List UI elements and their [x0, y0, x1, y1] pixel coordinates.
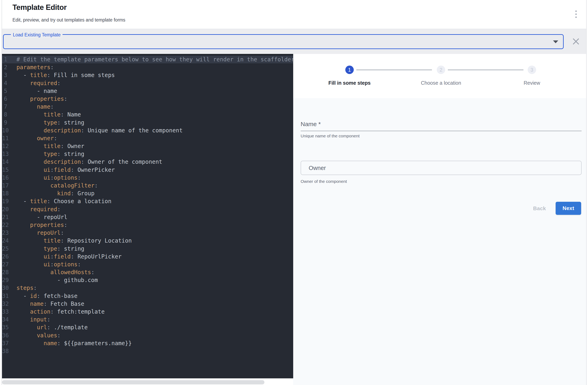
line-number: 16	[2, 174, 7, 182]
code-line[interactable]: 14 description: Owner of the component	[2, 158, 293, 166]
code-line[interactable]: 34 input:	[2, 316, 293, 323]
code-line[interactable]: 18 kind: Group	[2, 190, 293, 197]
page-right-border	[586, 0, 587, 385]
load-existing-template-select[interactable]: Load Existing Template	[3, 34, 564, 49]
next-button[interactable]: Next	[556, 202, 581, 215]
line-number: 20	[2, 205, 7, 213]
code-line[interactable]: 27 ui:options:	[2, 260, 293, 268]
code-line[interactable]: 24 title: Repository Location	[2, 237, 293, 245]
code-line[interactable]: 15 ui:field: OwnerPicker	[2, 166, 293, 174]
code-line[interactable]: 1# Edit the template parameters below to…	[2, 56, 293, 63]
back-button[interactable]: Back	[526, 203, 553, 214]
code-line[interactable]: 2parameters:	[2, 63, 293, 71]
step-label: Review	[524, 80, 540, 86]
editor-hscrollbar-thumb[interactable]	[2, 380, 264, 385]
line-number: 23	[2, 229, 7, 237]
code-line[interactable]: 21 - repoUrl	[2, 213, 293, 221]
code-editor[interactable]: 1# Edit the template parameters below to…	[2, 54, 293, 378]
code-line[interactable]: 13 type: string	[2, 150, 293, 158]
code-text: kind: Group	[7, 190, 95, 197]
name-field-underline	[301, 131, 582, 131]
code-text: - id: fetch-base	[7, 292, 77, 300]
code-text: required:	[7, 205, 61, 213]
line-number: 24	[2, 237, 7, 245]
code-line[interactable]: 33 action: fetch:template	[2, 308, 293, 316]
code-line[interactable]: 31 - id: fetch-base	[2, 292, 293, 300]
name-field-label: Name *	[301, 121, 321, 128]
code-line[interactable]: 36 values:	[2, 331, 293, 339]
code-line[interactable]: 4 required:	[2, 79, 293, 87]
code-text: properties:	[7, 221, 67, 229]
code-line[interactable]: 12 title: Owner	[2, 142, 293, 150]
code-text: - title: Fill in some steps	[7, 71, 115, 79]
code-line[interactable]: 8 title: Name	[2, 111, 293, 118]
code-line[interactable]: 35 url: ./template	[2, 323, 293, 331]
kebab-menu-icon	[575, 10, 577, 12]
line-number: 15	[2, 166, 7, 174]
line-number: 33	[2, 308, 7, 316]
line-number: 37	[2, 339, 7, 347]
code-lines: 1# Edit the template parameters below to…	[2, 56, 293, 355]
line-number: 6	[2, 95, 7, 103]
step-choose-a-location[interactable]: 2 Choose a location	[421, 65, 461, 86]
line-number: 22	[2, 221, 7, 229]
code-line[interactable]: 19 - title: Choose a location	[2, 197, 293, 205]
code-line[interactable]: 37 name: ${{parameters.name}}	[2, 339, 293, 347]
code-text: ui:field: RepoUrlPicker	[7, 253, 122, 260]
code-text: - repoUrl	[7, 213, 67, 221]
step-label: Choose a location	[421, 80, 461, 86]
code-text: allowedHosts:	[7, 268, 95, 276]
code-text: - title: Choose a location	[7, 197, 111, 205]
line-number: 8	[2, 111, 7, 118]
code-line[interactable]: 3 - title: Fill in some steps	[2, 71, 293, 79]
code-line[interactable]: 32 name: Fetch Base	[2, 300, 293, 308]
owner-field-label: Owner	[309, 165, 326, 171]
name-field[interactable]	[301, 117, 582, 131]
code-text: owner:	[7, 134, 57, 142]
code-line[interactable]: 11 owner:	[2, 134, 293, 142]
close-icon	[571, 37, 580, 46]
step-fill-in-some-steps[interactable]: 1 Fill in some steps	[328, 65, 371, 86]
code-text: properties:	[7, 95, 67, 103]
code-line[interactable]: 7 name:	[2, 103, 293, 111]
owner-field[interactable]: Owner	[301, 161, 582, 175]
code-text: title: Repository Location	[7, 237, 132, 245]
line-number: 10	[2, 127, 7, 134]
step-number-badge: 1	[345, 65, 354, 74]
code-text: description: Owner of the component	[7, 158, 162, 166]
code-line[interactable]: 9 type: string	[2, 119, 293, 127]
code-line[interactable]: 26 ui:field: RepoUrlPicker	[2, 253, 293, 260]
form-panel: Name * Unique name of the component Owne…	[293, 98, 586, 385]
code-line[interactable]: 17 catalogFilter:	[2, 182, 293, 190]
line-number: 3	[2, 71, 7, 79]
code-line[interactable]: 30steps:	[2, 284, 293, 292]
step-number-badge: 3	[528, 65, 536, 74]
code-line[interactable]: 28 allowedHosts:	[2, 268, 293, 276]
code-line[interactable]: 6 properties:	[2, 95, 293, 103]
line-number: 28	[2, 268, 7, 276]
code-text: description: Unique name of the componen…	[7, 127, 183, 134]
code-line[interactable]: 29 - github.com	[2, 276, 293, 284]
code-text: - name	[7, 87, 57, 95]
line-number: 30	[2, 284, 7, 292]
code-line[interactable]: 5 - name	[2, 87, 293, 95]
code-line[interactable]: 23 repoUrl:	[2, 229, 293, 237]
code-text: # Edit the template parameters below to …	[7, 56, 293, 63]
clear-template-button[interactable]	[570, 33, 582, 50]
more-options-button[interactable]	[571, 8, 581, 20]
line-number: 5	[2, 87, 7, 95]
code-line[interactable]: 10 description: Unique name of the compo…	[2, 127, 293, 134]
code-line[interactable]: 25 type: string	[2, 245, 293, 253]
code-text: ui:field: OwnerPicker	[7, 166, 115, 174]
step-number-badge: 2	[437, 65, 445, 74]
code-line[interactable]: 20 required:	[2, 205, 293, 213]
code-line[interactable]: 38	[2, 347, 293, 355]
step-review[interactable]: 3 Review	[524, 65, 540, 86]
code-line[interactable]: 16 ui:options:	[2, 174, 293, 182]
code-line[interactable]: 22 properties:	[2, 221, 293, 229]
code-text: type: string	[7, 150, 84, 158]
line-number: 35	[2, 323, 7, 331]
page-title: Template Editor	[12, 3, 66, 12]
caret-down-icon	[553, 41, 558, 43]
code-text: parameters:	[7, 63, 54, 71]
